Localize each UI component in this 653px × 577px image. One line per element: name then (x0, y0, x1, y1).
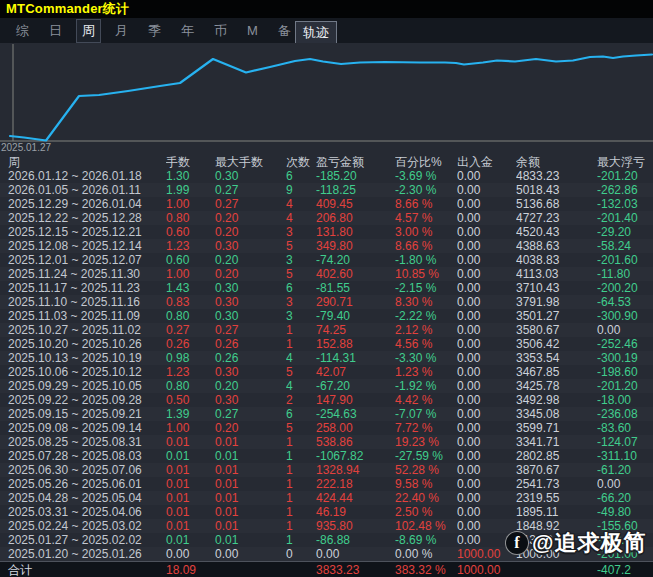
cell-period: 2025.10.13 ~ 2025.10.19 (0, 351, 166, 365)
table-row[interactable]: 2025.09.15 ~ 2025.09.211.390.276-254.63-… (0, 407, 653, 421)
cell-period: 2025.09.29 ~ 2025.10.05 (0, 379, 166, 393)
cell-lots: 0.01 (166, 533, 215, 547)
title-bar: MTCommander统计 (0, 0, 653, 18)
cell-balance: 2541.73 (516, 477, 597, 491)
table-row[interactable]: 2025.10.20 ~ 2025.10.260.260.261152.884.… (0, 337, 653, 351)
table-row[interactable]: 2025.09.29 ~ 2025.10.050.800.204-67.20-1… (0, 379, 653, 393)
table-row[interactable]: 2025.11.10 ~ 2025.11.160.830.303290.718.… (0, 295, 653, 309)
cell-max_lots: 0.01 (215, 435, 286, 449)
cell-max_lots: 0.30 (215, 281, 286, 295)
cell-max_lots: 0.20 (215, 253, 286, 267)
table-row[interactable]: 2025.01.20 ~ 2025.01.260.000.0000.000.00… (0, 547, 653, 561)
cell-pl: -118.25 (316, 183, 395, 197)
cell-pct: 2.50 % (395, 505, 457, 519)
cell-cash: 0.00 (457, 449, 516, 463)
cell-period: 2025.09.22 ~ 2025.09.28 (0, 393, 166, 407)
cell-period: 2025.01.27 ~ 2025.02.02 (0, 533, 166, 547)
menu-item-周[interactable]: 周 (76, 19, 101, 43)
cell-lots: 1.00 (166, 267, 215, 281)
table-row[interactable]: 2026.01.12 ~ 2026.01.181.300.306-185.20-… (0, 169, 653, 183)
cell-pct: 2.12 % (395, 323, 457, 337)
table-row[interactable]: 2025.06.30 ~ 2025.07.060.010.0111328.945… (0, 463, 653, 477)
column-header-period[interactable]: 周 (0, 154, 166, 171)
column-header-max_lots[interactable]: 最大手数 (215, 154, 286, 171)
table-row[interactable]: 2025.04.28 ~ 2025.05.040.010.011424.4422… (0, 491, 653, 505)
table-row[interactable]: 2025.08.25 ~ 2025.08.310.010.011538.8619… (0, 435, 653, 449)
table-row[interactable]: 2025.12.08 ~ 2025.12.141.230.305349.808.… (0, 239, 653, 253)
menu-item-M[interactable]: M (241, 20, 264, 41)
table-row[interactable]: 2025.10.27 ~ 2025.11.020.270.27174.252.1… (0, 323, 653, 337)
cell-lots: 0.60 (166, 225, 215, 239)
table-row[interactable]: 2025.07.28 ~ 2025.08.030.010.011-1067.82… (0, 449, 653, 463)
cell-pl: -74.20 (316, 253, 395, 267)
column-header-times[interactable]: 次数 (286, 154, 316, 171)
table-row[interactable]: 2025.01.27 ~ 2025.02.020.010.011-86.88-8… (0, 533, 653, 547)
table-row[interactable]: 2025.02.24 ~ 2025.03.020.010.011935.8010… (0, 519, 653, 533)
cell-pl: 0.00 (316, 547, 395, 561)
cell-pl: 46.19 (316, 505, 395, 519)
cell-max_lots: 0.20 (215, 421, 286, 435)
table-row[interactable]: 2025.03.31 ~ 2025.04.060.010.01146.192.5… (0, 505, 653, 519)
column-header-cash[interactable]: 出入金 (457, 154, 516, 171)
trajectory-button[interactable]: 轨迹 (295, 21, 337, 45)
cell-balance: 913.12 (516, 533, 597, 547)
cell-balance: 3599.71 (516, 421, 597, 435)
cell-max_float: -29.20 (597, 225, 645, 239)
table-row[interactable]: 2025.12.29 ~ 2026.01.041.000.274409.458.… (0, 197, 653, 211)
menu-item-综[interactable]: 综 (10, 19, 35, 43)
column-header-lots[interactable]: 手数 (166, 154, 215, 171)
table-row[interactable]: 2025.10.06 ~ 2025.10.121.230.30542.071.2… (0, 365, 653, 379)
cell-pct: -2.22 % (395, 309, 457, 323)
column-header-balance[interactable]: 余额 (516, 154, 597, 171)
menu-item-备[interactable]: 备 (272, 19, 297, 43)
cell-pl: 935.80 (316, 519, 395, 533)
table-row[interactable]: 2025.12.15 ~ 2025.12.210.600.203131.803.… (0, 225, 653, 239)
cell-max_float: -83.60 (597, 421, 645, 435)
cell-lots: 0.26 (166, 337, 215, 351)
cell-max_lots: 0.30 (215, 295, 286, 309)
cell-pl: 222.18 (316, 477, 395, 491)
table-row[interactable]: 2025.11.24 ~ 2025.11.301.000.205402.6010… (0, 267, 653, 281)
table-row[interactable]: 2025.12.22 ~ 2025.12.280.800.204206.804.… (0, 211, 653, 225)
cell-max_float: -61.20 (597, 463, 645, 477)
cell-max_float: -155.60 (597, 519, 645, 533)
cell-cash: 0.00 (457, 281, 516, 295)
cell-times: 1 (286, 505, 316, 519)
table-row[interactable]: 2025.10.13 ~ 2025.10.190.980.264-114.31-… (0, 351, 653, 365)
column-header-pl[interactable]: 盈亏金额 (316, 154, 395, 171)
cell-cash: 0.00 (457, 211, 516, 225)
table-row[interactable]: 2025.11.17 ~ 2025.11.231.430.306-81.55-2… (0, 281, 653, 295)
cell-max_float: -353.41 (597, 533, 645, 547)
cell-lots: 0.98 (166, 351, 215, 365)
total-lots: 18.09 (166, 563, 215, 577)
cell-max_lots: 0.30 (215, 365, 286, 379)
cell-times: 3 (286, 253, 316, 267)
cell-balance: 4833.23 (516, 169, 597, 183)
menu-item-年[interactable]: 年 (175, 19, 200, 43)
cell-balance: 3791.98 (516, 295, 597, 309)
column-header-pct[interactable]: 百分比% (395, 154, 457, 171)
table-row[interactable]: 2026.01.05 ~ 2026.01.111.990.279-118.25-… (0, 183, 653, 197)
table-row[interactable]: 2025.12.01 ~ 2025.12.070.600.203-74.20-1… (0, 253, 653, 267)
cell-cash: 0.00 (457, 365, 516, 379)
cell-max_float: -66.20 (597, 491, 645, 505)
menu-item-日[interactable]: 日 (43, 19, 68, 43)
cell-times: 1 (286, 323, 316, 337)
cell-period: 2025.12.01 ~ 2025.12.07 (0, 253, 166, 267)
cell-pl: 538.86 (316, 435, 395, 449)
cell-period: 2025.03.31 ~ 2025.04.06 (0, 505, 166, 519)
table-row[interactable]: 2025.09.22 ~ 2025.09.280.500.302147.904.… (0, 393, 653, 407)
menu-item-月[interactable]: 月 (109, 19, 134, 43)
cell-max_float: -198.60 (597, 365, 645, 379)
table-row[interactable]: 2025.11.03 ~ 2025.11.090.800.303-79.40-2… (0, 309, 653, 323)
cell-balance: 1848.92 (516, 519, 597, 533)
table-row[interactable]: 2025.09.08 ~ 2025.09.141.000.205258.007.… (0, 421, 653, 435)
menu-item-币[interactable]: 币 (208, 19, 233, 43)
cell-pct: 19.23 % (395, 435, 457, 449)
column-header-max_float[interactable]: 最大浮亏 (597, 154, 645, 171)
cell-times: 1 (286, 519, 316, 533)
cell-cash: 0.00 (457, 491, 516, 505)
cell-pct: -3.69 % (395, 169, 457, 183)
table-row[interactable]: 2025.05.26 ~ 2025.06.010.010.011222.189.… (0, 477, 653, 491)
menu-item-季[interactable]: 季 (142, 19, 167, 43)
